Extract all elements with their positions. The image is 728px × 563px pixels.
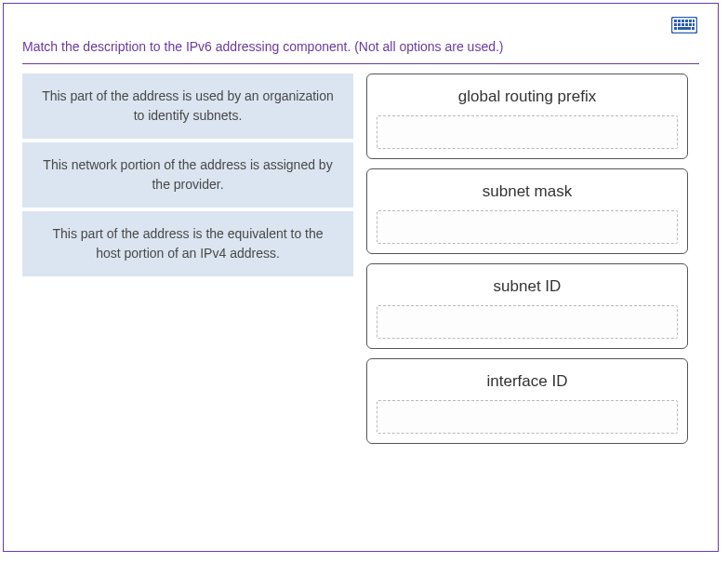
drop-target-label: subnet ID xyxy=(377,272,678,305)
drop-target-label: global routing prefix xyxy=(377,82,678,115)
drop-target-subnet-id: subnet ID xyxy=(366,263,688,349)
svg-rect-5 xyxy=(689,20,692,22)
drop-target-label: subnet mask xyxy=(377,177,678,210)
question-container: Match the description to the IPv6 addres… xyxy=(3,3,719,552)
svg-rect-6 xyxy=(693,20,695,22)
drop-zone[interactable] xyxy=(377,305,678,339)
matching-area: This part of the address is used by an o… xyxy=(22,74,699,444)
svg-rect-1 xyxy=(674,20,677,22)
drop-target-label: interface ID xyxy=(377,367,678,400)
svg-rect-8 xyxy=(678,23,681,26)
svg-rect-13 xyxy=(674,27,677,30)
svg-rect-14 xyxy=(678,27,691,30)
divider xyxy=(22,63,699,64)
question-prompt: Match the description to the IPv6 addres… xyxy=(22,39,699,54)
svg-rect-11 xyxy=(689,23,692,26)
drop-target-interface-id: interface ID xyxy=(366,358,688,444)
description-item[interactable]: This part of the address is used by an o… xyxy=(22,74,353,139)
svg-rect-12 xyxy=(693,23,695,26)
descriptions-column: This part of the address is used by an o… xyxy=(22,74,353,444)
svg-rect-7 xyxy=(674,23,677,26)
svg-rect-10 xyxy=(685,23,688,26)
drop-zone[interactable] xyxy=(377,210,678,244)
svg-rect-2 xyxy=(678,20,681,22)
drop-zone[interactable] xyxy=(377,115,678,149)
targets-column: global routing prefix subnet mask subnet… xyxy=(366,74,688,444)
drop-zone[interactable] xyxy=(377,400,678,434)
description-item[interactable]: This part of the address is the equivale… xyxy=(22,211,353,276)
svg-rect-9 xyxy=(682,23,684,26)
drop-target-subnet-mask: subnet mask xyxy=(366,168,688,254)
drop-target-global-routing-prefix: global routing prefix xyxy=(366,74,688,159)
svg-rect-15 xyxy=(692,27,695,30)
svg-rect-4 xyxy=(685,20,688,22)
keyboard-icon[interactable] xyxy=(671,17,697,34)
svg-rect-3 xyxy=(682,20,684,22)
description-item[interactable]: This network portion of the address is a… xyxy=(22,142,353,208)
